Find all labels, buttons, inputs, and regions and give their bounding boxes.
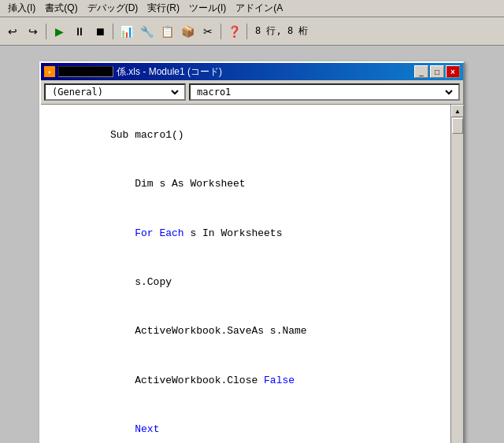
code-line-6: ActiveWorkbook.Close False xyxy=(49,356,443,405)
menu-run[interactable]: 実行(R) xyxy=(143,0,184,17)
menubar: 挿入(I) 書式(Q) デバッグ(D) 実行(R) ツール(I) アドイン(A xyxy=(0,0,504,17)
restore-button[interactable]: □ xyxy=(430,65,444,78)
title-bar-left: ✦ 係.xls - Module1 (コード) xyxy=(44,65,222,79)
menu-tools[interactable]: ツール(I) xyxy=(184,0,231,17)
toolbar-btn-2[interactable]: 🔧 xyxy=(137,22,156,41)
stop-button[interactable]: ⏹ xyxy=(91,22,109,41)
main-area: ✦ 係.xls - Module1 (コード) _ □ × (General) … xyxy=(0,46,504,443)
toolbar-separator-1 xyxy=(46,24,46,39)
scroll-up-button[interactable]: ▲ xyxy=(451,105,464,117)
keyword-next: Next xyxy=(135,423,159,435)
toolbar-separator-3 xyxy=(220,24,221,39)
toolbar-btn-5[interactable]: ✂ xyxy=(198,22,217,41)
title-buttons: _ □ × xyxy=(414,65,460,78)
title-bar: ✦ 係.xls - Module1 (コード) _ □ × xyxy=(41,63,463,80)
toolbar: ↩ ↪ ▶ ⏸ ⏹ 📊 🔧 📋 📦 ✂ ❓ 8 行, 8 桁 xyxy=(0,17,504,46)
window-title: 係.xls - Module1 (コード) xyxy=(117,65,222,79)
code-area: Sub macro1() Dim s As Worksheet For Each… xyxy=(41,105,463,443)
code-editor[interactable]: Sub macro1() Dim s As Worksheet For Each… xyxy=(41,105,450,443)
toolbar-btn-4[interactable]: 📦 xyxy=(178,22,197,41)
toolbar-separator-4 xyxy=(246,24,247,39)
dropdowns-row: (General) macro1 xyxy=(41,80,463,105)
code-line-3: For Each s In Worksheets xyxy=(49,209,443,258)
code-line-5: ActiveWorkbook.SaveAs s.Name xyxy=(49,308,443,356)
title-input-box xyxy=(58,66,113,77)
pause-button[interactable]: ⏸ xyxy=(70,22,89,41)
general-select[interactable]: (General) xyxy=(49,85,181,99)
macro-dropdown[interactable]: macro1 xyxy=(189,83,460,101)
code-line-2: Dim s As Worksheet xyxy=(49,160,443,209)
vertical-scrollbar: ▲ ▼ xyxy=(450,105,463,443)
position-text: 8 行, 8 桁 xyxy=(250,24,313,38)
close-button[interactable]: × xyxy=(446,65,460,78)
menu-insert[interactable]: 挿入(I) xyxy=(3,0,40,17)
general-dropdown[interactable]: (General) xyxy=(44,83,186,101)
window-icon: ✦ xyxy=(44,66,55,77)
keyword-false: False xyxy=(264,375,295,386)
code-line-4: s.Copy xyxy=(49,258,443,307)
run-button[interactable]: ▶ xyxy=(50,22,69,41)
menu-format[interactable]: 書式(Q) xyxy=(40,0,82,17)
help-button[interactable]: ❓ xyxy=(224,22,243,41)
code-line-7: Next xyxy=(49,405,443,443)
keyword-foreach: For Each xyxy=(135,227,183,239)
scroll-track[interactable] xyxy=(451,117,463,443)
code-line-1: Sub macro1() xyxy=(49,111,443,160)
toolbar-btn-3[interactable]: 📋 xyxy=(158,22,176,41)
undo-button[interactable]: ↩ xyxy=(3,22,22,41)
menu-addins[interactable]: アドイン(A xyxy=(231,0,287,17)
scroll-thumb[interactable] xyxy=(452,118,463,134)
redo-button[interactable]: ↪ xyxy=(24,22,43,41)
menu-debug[interactable]: デバッグ(D) xyxy=(83,0,143,17)
minimize-button[interactable]: _ xyxy=(414,65,428,78)
toolbar-btn-chart[interactable]: 📊 xyxy=(117,22,135,41)
vba-editor-window: ✦ 係.xls - Module1 (コード) _ □ × (General) … xyxy=(39,61,465,443)
macro-select[interactable]: macro1 xyxy=(194,85,455,99)
toolbar-separator-2 xyxy=(113,24,113,39)
